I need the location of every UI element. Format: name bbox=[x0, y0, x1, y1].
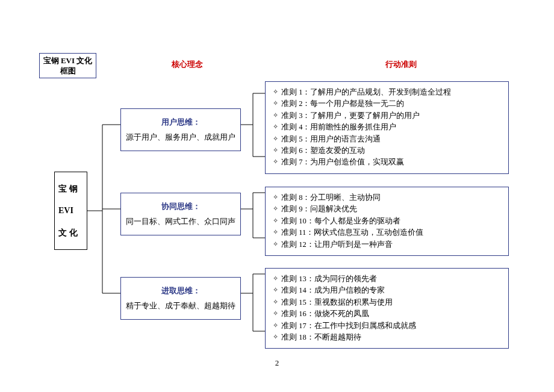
rule-item: ✧准则 12：让用户听到是一种声音 bbox=[273, 239, 501, 250]
diamond-icon: ✧ bbox=[273, 134, 281, 144]
rule-item: ✧准则 5：用用户的语言去沟通 bbox=[273, 134, 501, 145]
rule-text: 准则 16：做烧不死的凤凰 bbox=[281, 308, 369, 320]
header-core-concept: 核心理念 bbox=[172, 59, 203, 70]
diamond-icon: ✧ bbox=[273, 273, 281, 284]
rule-text: 准则 13：成为同行的领先者 bbox=[281, 273, 377, 285]
diamond-icon: ✧ bbox=[273, 285, 281, 295]
rules-group-2: ✧准则 8：分工明晰、主动协同✧准则 9：问题解决优先✧准则 10：每个人都是业… bbox=[265, 187, 509, 256]
header-action-rules: 行动准则 bbox=[385, 59, 417, 70]
diamond-icon: ✧ bbox=[273, 239, 281, 249]
rule-text: 准则 11：网状式信息互动，互动创造价值 bbox=[281, 227, 423, 238]
rules-group-1: ✧准则 1：了解用户的产品规划、开发到制造全过程✧准则 2：每一个用户都是独一无… bbox=[265, 81, 509, 174]
diamond-icon: ✧ bbox=[273, 227, 281, 237]
rule-text: 准则 12：让用户听到是一种声音 bbox=[281, 239, 393, 250]
root-line1: 宝 钢 bbox=[58, 178, 83, 200]
rule-item: ✧准则 15：重视数据的积累与使用 bbox=[273, 297, 501, 308]
rule-item: ✧准则 1：了解用户的产品规划、开发到制造全过程 bbox=[273, 87, 501, 98]
rule-text: 准则 17：在工作中找到归属感和成就感 bbox=[281, 320, 416, 332]
rule-text: 准则 18：不断超越期待 bbox=[281, 332, 361, 343]
concept-progressive-thinking: 进取思维： 精于专业、成于奉献、超越期待 bbox=[120, 277, 241, 320]
rule-item: ✧准则 3：了解用户，更要了解用户的用户 bbox=[273, 110, 501, 122]
rule-item: ✧准则 6：塑造友爱的互动 bbox=[273, 145, 501, 157]
diamond-icon: ✧ bbox=[273, 204, 281, 214]
concept-title: 协同思维： bbox=[125, 199, 237, 214]
diamond-icon: ✧ bbox=[273, 308, 281, 319]
concept-desc: 同一目标、网式工作、众口同声 bbox=[125, 214, 237, 229]
rule-text: 准则 14：成为用户信赖的专家 bbox=[281, 285, 385, 296]
concept-desc: 源于用户、服务用户、成就用户 bbox=[125, 130, 237, 145]
concept-collaboration-thinking: 协同思维： 同一目标、网式工作、众口同声 bbox=[120, 193, 241, 235]
rule-item: ✧准则 17：在工作中找到归属感和成就感 bbox=[273, 320, 501, 332]
rule-text: 准则 9：问题解决优先 bbox=[281, 204, 357, 215]
rule-text: 准则 7：为用户创造价值，实现双赢 bbox=[281, 157, 404, 168]
root-box: 宝 钢 EVI 文 化 bbox=[54, 172, 87, 250]
rules-group-3: ✧准则 13：成为同行的领先者✧准则 14：成为用户信赖的专家✧准则 15：重视… bbox=[265, 268, 509, 349]
root-line3: 文 化 bbox=[58, 222, 83, 244]
rule-text: 准则 15：重视数据的积累与使用 bbox=[281, 297, 393, 308]
diagram-title-box: 宝钢 EVI 文化框图 bbox=[39, 53, 96, 78]
diamond-icon: ✧ bbox=[273, 145, 281, 155]
rule-item: ✧准则 2：每一个用户都是独一无二的 bbox=[273, 98, 501, 110]
rule-item: ✧准则 10：每个人都是业务的驱动者 bbox=[273, 216, 501, 227]
rule-text: 准则 5：用用户的语言去沟通 bbox=[281, 134, 381, 145]
rule-item: ✧准则 13：成为同行的领先者 bbox=[273, 273, 501, 285]
diamond-icon: ✧ bbox=[273, 98, 281, 108]
rule-item: ✧准则 4：用前瞻性的服务抓住用户 bbox=[273, 122, 501, 133]
diamond-icon: ✧ bbox=[273, 332, 281, 342]
rule-text: 准则 6：塑造友爱的互动 bbox=[281, 145, 365, 157]
concept-user-thinking: 用户思维： 源于用户、服务用户、成就用户 bbox=[120, 108, 241, 151]
rule-text: 准则 1：了解用户的产品规划、开发到制造全过程 bbox=[281, 87, 451, 98]
page-number: 2 bbox=[275, 358, 279, 368]
concept-desc: 精于专业、成于奉献、超越期待 bbox=[125, 299, 237, 314]
rule-item: ✧准则 7：为用户创造价值，实现双赢 bbox=[273, 157, 501, 168]
root-line2: EVI bbox=[58, 200, 83, 222]
rule-item: ✧准则 9：问题解决优先 bbox=[273, 204, 501, 215]
diamond-icon: ✧ bbox=[273, 122, 281, 132]
diamond-icon: ✧ bbox=[273, 87, 281, 97]
rule-text: 准则 3：了解用户，更要了解用户的用户 bbox=[281, 110, 420, 122]
rule-item: ✧准则 14：成为用户信赖的专家 bbox=[273, 285, 501, 296]
rule-text: 准则 8：分工明晰、主动协同 bbox=[281, 192, 381, 204]
concept-title: 用户思维： bbox=[125, 115, 237, 130]
diamond-icon: ✧ bbox=[273, 297, 281, 307]
diamond-icon: ✧ bbox=[273, 157, 281, 167]
rule-text: 准则 2：每一个用户都是独一无二的 bbox=[281, 98, 404, 110]
rule-text: 准则 10：每个人都是业务的驱动者 bbox=[281, 216, 400, 227]
rule-item: ✧准则 8：分工明晰、主动协同 bbox=[273, 192, 501, 204]
diamond-icon: ✧ bbox=[273, 320, 281, 331]
diamond-icon: ✧ bbox=[273, 216, 281, 226]
rule-item: ✧准则 18：不断超越期待 bbox=[273, 332, 501, 343]
diamond-icon: ✧ bbox=[273, 110, 281, 120]
rule-item: ✧准则 16：做烧不死的凤凰 bbox=[273, 308, 501, 320]
concept-title: 进取思维： bbox=[125, 284, 237, 299]
diamond-icon: ✧ bbox=[273, 192, 281, 202]
rule-item: ✧准则 11：网状式信息互动，互动创造价值 bbox=[273, 227, 501, 238]
rule-text: 准则 4：用前瞻性的服务抓住用户 bbox=[281, 122, 396, 133]
